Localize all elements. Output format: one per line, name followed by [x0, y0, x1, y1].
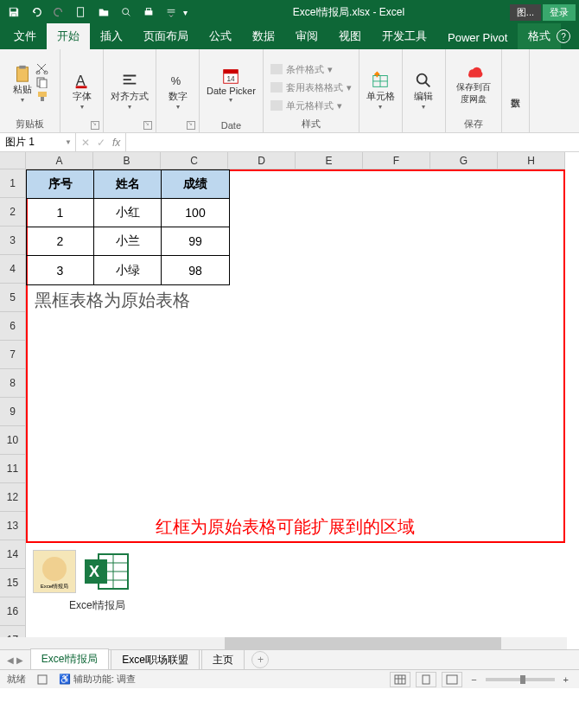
tab-review[interactable]: 审阅 — [285, 23, 328, 49]
table-cell[interactable]: 100 — [162, 199, 229, 227]
zoom-slider[interactable] — [486, 678, 555, 681]
table-cell[interactable]: 98 — [162, 256, 229, 284]
row-header[interactable]: 5 — [0, 284, 26, 312]
qat-menu-icon[interactable] — [161, 3, 181, 22]
row-header[interactable]: 6 — [0, 312, 26, 341]
undo-icon[interactable] — [26, 3, 47, 22]
formula-input[interactable] — [126, 133, 579, 151]
sheet-tab[interactable]: Excel情报局 — [30, 648, 109, 671]
row-header[interactable]: 4 — [0, 255, 26, 284]
date-picker-button[interactable]: 14Date Picker▾ — [205, 65, 258, 105]
name-box[interactable]: 图片 1▼ — [0, 133, 76, 151]
cell-style-button[interactable]: 单元格样式▾ — [269, 98, 344, 114]
tab-developer[interactable]: 开发工具 — [372, 23, 437, 49]
sheet-tab[interactable]: 主页 — [201, 649, 245, 670]
zoom-in-button[interactable]: + — [560, 674, 572, 685]
tab-data[interactable]: 数据 — [242, 23, 285, 49]
tab-power-pivot[interactable]: Power Pivot — [437, 26, 518, 49]
save-cloud-button[interactable]: 保存到百度网盘 — [451, 61, 496, 107]
table-format-button[interactable]: 套用表格格式▾ — [269, 80, 353, 96]
save-icon[interactable] — [3, 3, 24, 22]
open-icon[interactable] — [93, 3, 114, 22]
login-button[interactable]: 登录 — [543, 4, 576, 21]
launcher-icon[interactable] — [91, 121, 99, 130]
col-header[interactable]: A — [26, 152, 93, 169]
svg-rect-18 — [270, 64, 283, 74]
copy-icon[interactable] — [35, 76, 49, 88]
col-header[interactable]: E — [296, 152, 363, 169]
fx-icon[interactable]: fx — [112, 137, 120, 149]
row-header[interactable]: 8 — [0, 369, 26, 398]
tab-file[interactable]: 文件 — [3, 23, 47, 49]
number-button[interactable]: %数字▾ — [167, 69, 189, 112]
row-header[interactable]: 7 — [0, 341, 26, 369]
col-header[interactable]: F — [363, 152, 430, 169]
table-cell[interactable]: 小绿 — [94, 256, 162, 284]
table-cell[interactable]: 2 — [27, 227, 94, 256]
row-header[interactable]: 3 — [0, 227, 26, 255]
table-cell[interactable]: 小红 — [94, 199, 162, 227]
tab-home[interactable]: 开始 — [47, 23, 90, 49]
table-cell[interactable]: 99 — [162, 227, 229, 256]
add-sheet-button[interactable]: + — [251, 651, 269, 668]
row-header[interactable]: 16 — [0, 597, 26, 626]
new-icon[interactable] — [71, 3, 92, 22]
view-page-layout-icon[interactable] — [416, 672, 436, 687]
editing-button[interactable]: 编辑▾ — [412, 69, 435, 112]
row-header[interactable]: 10 — [0, 426, 26, 455]
cut-icon[interactable] — [35, 62, 49, 74]
svg-rect-2 — [145, 10, 153, 15]
alignment-button[interactable]: 对齐方式▾ — [109, 69, 150, 112]
logo-images[interactable]: Excel情报局 X — [33, 550, 133, 593]
paste-button[interactable]: 粘贴▾ — [11, 62, 34, 105]
sheet-nav-buttons[interactable]: ◀ ▶ — [0, 655, 30, 665]
conditional-format-button[interactable]: 条件格式▾ — [269, 61, 334, 78]
font-button[interactable]: A字体▾ — [71, 69, 93, 112]
col-header[interactable]: B — [93, 152, 161, 169]
macro-record-icon[interactable] — [36, 674, 48, 686]
table-header[interactable]: 姓名 — [94, 170, 162, 199]
row-header[interactable]: 11 — [0, 455, 26, 483]
tab-format[interactable]: 格式 — [518, 23, 561, 49]
row-header[interactable]: 13 — [0, 512, 26, 540]
row-header[interactable]: 12 — [0, 483, 26, 512]
col-header[interactable]: D — [228, 152, 296, 169]
col-header[interactable]: C — [161, 152, 228, 169]
format-painter-icon[interactable] — [35, 90, 49, 102]
print-icon[interactable] — [138, 3, 159, 22]
tab-insert[interactable]: 插入 — [90, 23, 133, 49]
table-header[interactable]: 成绩 — [162, 170, 229, 199]
col-header[interactable]: H — [498, 152, 565, 169]
table-cell[interactable]: 小兰 — [94, 227, 162, 256]
data-table: 序号 姓名 成绩 1 小红 100 2 小兰 99 3 小绿 98 — [26, 169, 230, 285]
data-extra-button[interactable]: 数据 — [507, 89, 524, 93]
tab-page-layout[interactable]: 页面布局 — [133, 23, 199, 49]
launcher-icon[interactable] — [187, 121, 195, 130]
launcher-icon[interactable] — [143, 121, 152, 130]
help-icon[interactable]: ? — [557, 29, 570, 43]
cells-button[interactable]: 单元格▾ — [365, 69, 397, 112]
table-cell[interactable]: 3 — [27, 256, 94, 284]
sheet-tab[interactable]: Excel职场联盟 — [111, 649, 200, 670]
enter-formula-icon[interactable]: ✓ — [97, 137, 105, 149]
row-header[interactable]: 1 — [0, 169, 26, 198]
group-label-alignment — [109, 129, 150, 132]
zoom-out-button[interactable]: − — [468, 674, 480, 685]
row-header[interactable]: 15 — [0, 569, 26, 597]
col-header[interactable]: G — [430, 152, 498, 169]
row-header[interactable]: 2 — [0, 198, 26, 227]
row-header[interactable]: 14 — [0, 540, 26, 569]
tab-formulas[interactable]: 公式 — [199, 23, 242, 49]
select-all-corner[interactable] — [0, 152, 26, 169]
row-header[interactable]: 9 — [0, 398, 26, 426]
horizontal-scrollbar[interactable] — [0, 637, 567, 649]
view-normal-icon[interactable] — [390, 672, 410, 687]
view-page-break-icon[interactable] — [442, 672, 462, 687]
table-header[interactable]: 序号 — [27, 170, 94, 199]
redo-icon[interactable] — [48, 3, 69, 22]
table-cell[interactable]: 1 — [27, 199, 94, 227]
tab-view[interactable]: 视图 — [328, 23, 372, 49]
preview-icon[interactable] — [116, 3, 137, 22]
cancel-formula-icon[interactable]: ✕ — [81, 137, 90, 149]
accessibility-status[interactable]: ♿ 辅助功能: 调查 — [59, 673, 136, 686]
